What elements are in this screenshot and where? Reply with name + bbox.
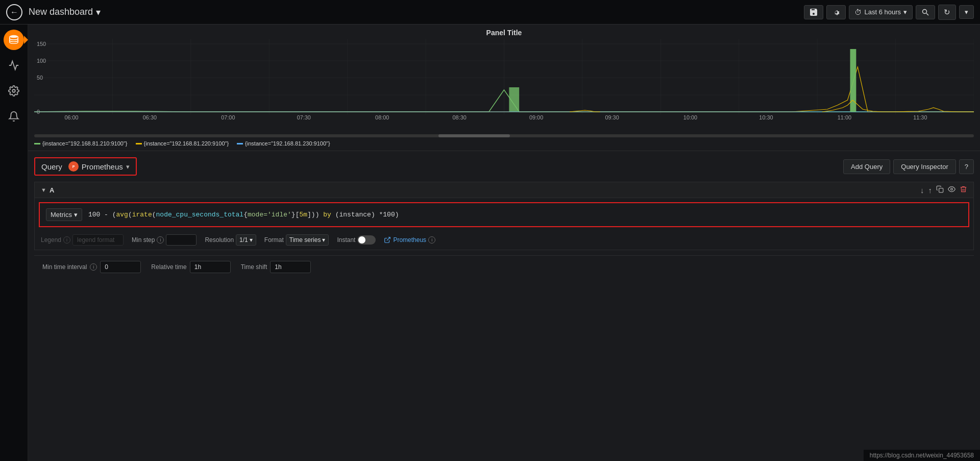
metrics-select[interactable]: Metrics ▾ (46, 208, 82, 221)
time-range-arrow: ▾ (903, 8, 907, 16)
min-step-field: Min step i (132, 234, 197, 246)
copy-icon (936, 185, 944, 193)
save-button[interactable] (804, 5, 823, 19)
expr-part-2: avg (116, 211, 128, 219)
min-time-interval-info-icon[interactable]: i (90, 263, 97, 271)
collapse-icon-a[interactable]: ▼ (41, 187, 46, 193)
svg-line-43 (387, 237, 390, 240)
datasource-name: Prometheus (82, 162, 123, 171)
bell-icon (8, 111, 19, 122)
svg-point-3 (12, 89, 15, 92)
expr-part-6: node_cpu_seconds_total (156, 211, 244, 219)
min-time-interval-label: Min time interval (42, 263, 87, 271)
svg-text:100: 100 (37, 58, 46, 64)
expr-part-3: ( (128, 211, 132, 219)
settings-icon (832, 8, 840, 16)
resolution-select[interactable]: 1/1 ▾ (236, 234, 256, 246)
query-block-letter-a: A (50, 186, 54, 194)
relative-time-input[interactable] (190, 261, 231, 273)
time-shift-label: Time shift (241, 263, 267, 271)
expr-part-11: ])) (307, 211, 323, 219)
relative-time-label: Relative time (151, 263, 186, 271)
expr-part-4: irate (132, 211, 152, 219)
refresh-dropdown[interactable]: ▾ (959, 5, 974, 19)
duplicate-icon[interactable] (936, 185, 944, 195)
svg-text:11:00: 11:00 (838, 114, 851, 120)
content-area: Panel Title 150 100 50 0 06:00 06: (28, 25, 980, 461)
metrics-dropdown-icon: ▾ (74, 211, 78, 219)
legend-item-230[interactable]: {instance="192.168.81.230:9100"} (237, 140, 330, 147)
min-step-input[interactable] (166, 234, 197, 246)
resolution-value: 1/1 (239, 236, 248, 244)
expr-part-7: { (243, 211, 248, 219)
search-button[interactable] (916, 5, 935, 19)
svg-text:07:30: 07:30 (297, 114, 311, 120)
back-button[interactable]: ← (6, 4, 22, 20)
refresh-dropdown-arrow: ▾ (965, 8, 968, 16)
database-icon (8, 34, 19, 45)
prometheus-link-field: Prometheus i (384, 236, 435, 244)
svg-text:P: P (72, 165, 75, 168)
prometheus-logo-icon: P (70, 163, 77, 170)
dashboard-title: New dashboard (29, 7, 93, 17)
instant-label: Instant (337, 236, 355, 244)
main-layout: Panel Title 150 100 50 0 06:00 06: (0, 25, 980, 461)
legend-field-label: Legend (41, 236, 61, 244)
back-icon: ← (10, 8, 18, 17)
sidebar-item-bell[interactable] (4, 106, 24, 127)
expr-part-5: ( (152, 211, 156, 219)
query-expression[interactable]: 100 - (avg(irate(node_cpu_seconds_total{… (88, 211, 962, 219)
query-help-button[interactable]: ? (959, 159, 974, 174)
chart-scrollbar[interactable] (34, 134, 974, 137)
sidebar-item-database[interactable] (4, 30, 24, 50)
expr-part-13: (instance) *100) (331, 211, 399, 219)
legend-format-input[interactable] (72, 234, 124, 246)
min-time-interval-input[interactable] (100, 261, 141, 273)
svg-point-0 (923, 9, 927, 13)
svg-rect-37 (509, 87, 519, 112)
title-dropdown-icon[interactable]: ▾ (96, 7, 101, 18)
prometheus-icon: P (68, 161, 79, 172)
external-link-icon (384, 236, 391, 244)
delete-icon[interactable] (960, 185, 967, 195)
time-shift-input[interactable] (270, 261, 311, 273)
chart-legend: {instance="192.168.81.210:9100"} {instan… (34, 138, 974, 149)
format-select[interactable]: Time series ▾ (286, 234, 329, 246)
query-section: Query P Prometheus ▾ Add Query (28, 151, 980, 461)
instant-toggle-knob (358, 236, 365, 244)
toggle-visibility-icon[interactable] (948, 185, 955, 195)
legend-item-220[interactable]: {instance="192.168.81.220:9100"} (136, 140, 229, 147)
svg-text:09:30: 09:30 (605, 114, 619, 120)
move-up-icon[interactable]: ↑ (928, 186, 933, 195)
chart-icon (8, 60, 19, 71)
query-block-a: ▼ A ↓ ↑ (34, 182, 974, 250)
expr-part-12: by (323, 211, 331, 219)
time-range-button[interactable]: ⏱ Last 6 hours ▾ (849, 5, 913, 19)
instant-toggle[interactable] (357, 235, 376, 245)
settings-button[interactable] (826, 5, 846, 19)
legend-field: Legend i (41, 234, 124, 246)
prometheus-info-icon[interactable]: i (428, 236, 435, 244)
svg-text:06:30: 06:30 (143, 114, 157, 120)
expr-part-10: 5m (299, 211, 307, 219)
sidebar-item-chart[interactable] (4, 55, 24, 76)
legend-color-210 (34, 143, 40, 144)
sidebar-item-gear[interactable] (4, 81, 24, 101)
svg-text:50: 50 (37, 75, 43, 81)
legend-item-210[interactable]: {instance="192.168.81.210:9100"} (34, 140, 128, 147)
legend-color-230 (237, 143, 243, 144)
move-down-icon[interactable]: ↓ (920, 186, 924, 195)
refresh-button[interactable]: ↻ (938, 5, 956, 20)
resolution-field: Resolution 1/1 ▾ (205, 234, 256, 246)
query-inspector-button[interactable]: Query Inspector (893, 159, 956, 174)
datasource-select[interactable]: P Prometheus ▾ (68, 161, 130, 172)
legend-label-230: {instance="192.168.81.230:9100"} (245, 140, 330, 147)
expr-part-9: }[ (291, 211, 300, 219)
time-range-label: Last 6 hours (864, 8, 901, 16)
legend-info-icon[interactable]: i (63, 236, 70, 244)
prometheus-link-label[interactable]: Prometheus (393, 236, 426, 244)
chart-scrollbar-thumb[interactable] (438, 134, 510, 137)
svg-text:08:00: 08:00 (375, 114, 389, 120)
min-step-info-icon[interactable]: i (157, 236, 164, 244)
add-query-button[interactable]: Add Query (843, 159, 890, 174)
